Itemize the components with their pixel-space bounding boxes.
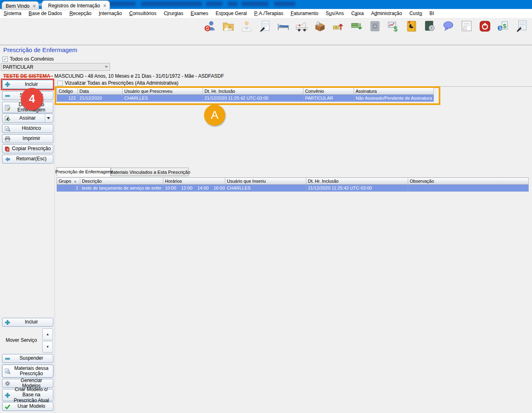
column-header-dt-hr-inclusa-o[interactable]: Dt. Hr. Inclusão (306, 177, 408, 185)
menu-sus-ans[interactable]: Sus/Ans (322, 9, 347, 18)
sign-contract-icon[interactable] (259, 20, 271, 33)
application-window: Promedico Gestão Hospitala SistemaBase d… (0, 0, 532, 413)
patient-name: TESTE DE SISTEMA - (3, 73, 53, 79)
historico-button[interactable]: Histórico (2, 124, 53, 133)
invoice-icon[interactable] (460, 20, 473, 33)
tab-materiais-vinculados[interactable]: Materiais Vinculados a Esta Prescrição (111, 168, 189, 176)
money-down-icon[interactable] (350, 20, 363, 33)
suspender-servico-button[interactable]: Suspender (2, 354, 53, 363)
manual-cd-icon[interactable] (424, 20, 436, 33)
assinar-button[interactable]: Assinar (2, 114, 53, 123)
arrow-down-icon: ▼ (46, 345, 49, 349)
stock-box-icon[interactable] (314, 20, 326, 33)
cell-hora-rios: 10:00 12:00 14:00 16:00 (163, 185, 225, 192)
chat-icon[interactable] (442, 20, 455, 33)
copiar-prescricao-button[interactable]: Copiar Prescrição (2, 144, 53, 153)
close-icon[interactable]: × (33, 3, 35, 9)
column-header-usua-rio-que-inseriu[interactable]: Usuário que Inseriu (225, 177, 306, 185)
cell-dt-hr-inclusa-o: 21/12/2020 11:25:42 UTC-03:00 (306, 185, 408, 192)
convenio-value: PARTICULAR (3, 64, 33, 70)
power-off-icon[interactable] (479, 20, 491, 33)
column-header-hora-rios[interactable]: Horários (163, 177, 225, 185)
sign-icon (4, 115, 11, 121)
tab-bem-vindo[interactable]: Bem Vindo × (2, 1, 39, 10)
menu-consulto-rios[interactable]: Consultórios (125, 9, 160, 18)
close-icon[interactable]: × (103, 3, 106, 9)
electronic-invoice-icon[interactable]: e$ (497, 20, 510, 33)
phone-directory-icon[interactable] (405, 20, 418, 33)
cell-usua-rio-que-inseriu: CHARLLES (225, 185, 306, 192)
svg-text:e: e (497, 22, 503, 33)
assinar-dropdown[interactable] (45, 114, 52, 122)
visualizar-todas-checkbox[interactable]: Vizualizar Todas as Prescrições (Alta Ad… (57, 80, 178, 86)
menu-bi[interactable]: BI (426, 9, 437, 18)
doctor-icon[interactable] (240, 20, 253, 33)
patient-info-line: TESTE DE SISTEMA - MASCULINO - 48 Anos, … (3, 73, 224, 79)
column-header-descric-a-o[interactable]: Descrição (80, 177, 163, 185)
contacts-sync-icon[interactable] (204, 20, 216, 33)
checkbox-label: Todos os Convênios (10, 56, 54, 62)
convenio-select[interactable]: PARTICULAR (1, 63, 110, 71)
menu-custo[interactable]: Custo (406, 9, 426, 18)
cell-observac-a-o (408, 185, 529, 192)
tab-label: Registros de Internação (48, 3, 100, 9)
tab-prescricao-enfermagem[interactable]: Prescrição de Enfermagem (57, 167, 111, 176)
safe-icon[interactable] (369, 20, 381, 33)
menu-faturamento[interactable]: Faturamento (287, 9, 322, 18)
ambulance-icon[interactable] (295, 20, 308, 33)
sign-document-icon[interactable] (515, 20, 528, 33)
finance-chart-icon[interactable]: $ (387, 20, 400, 33)
tab-label: Materiais Vinculados a Esta Prescrição (109, 170, 190, 175)
checkbox-label: Vizualizar Todas as Prescrições (Alta Ad… (65, 80, 178, 86)
column-header-grupo[interactable]: Grupo▲ (57, 177, 80, 185)
svg-text:$: $ (503, 22, 506, 29)
move-up-button[interactable]: ▲ (42, 328, 53, 340)
menu-administrac-a-o[interactable]: Administração (367, 9, 406, 18)
todos-convenios-checkbox[interactable]: ✓ Todos os Convênios (2, 56, 54, 62)
page-title: Prescrição de Enfermagem (3, 46, 77, 53)
criar-modelo-button[interactable]: Criar Modelo c/ Base na Prescrição Atual (2, 389, 53, 401)
annotation-highlight-box (55, 86, 440, 105)
panel-divider (55, 79, 55, 413)
menu-cirurgias[interactable]: Cirurgias (160, 9, 187, 18)
annotation-step-number: 4 (21, 88, 43, 110)
move-down-button[interactable]: ▼ (42, 341, 53, 353)
mover-servico-label: Mover Serviço (6, 337, 37, 343)
annotation-marker-a: A (204, 105, 225, 126)
checkbox-checked-icon: ✓ (2, 57, 8, 62)
remove-icon (4, 93, 11, 99)
menu-p-a-terapias[interactable]: P.A./Terapias (251, 9, 287, 18)
history-search-icon (4, 368, 11, 374)
menu-estoque-geral[interactable]: Estoque Geral (212, 9, 251, 18)
add-icon (4, 392, 11, 398)
patient-details: MASCULINO - 48 Anos, 10 Meses e 21 Dias … (53, 73, 224, 79)
history-search-icon (4, 126, 11, 132)
incluir-servico-button[interactable]: Incluir (2, 318, 53, 327)
column-header-observac-a-o[interactable]: Observação (408, 177, 529, 185)
usar-modelo-button[interactable]: Usar Modelo (2, 402, 53, 411)
menu-exames[interactable]: Exames (187, 9, 212, 18)
hospital-bed-icon[interactable] (277, 20, 290, 33)
gear-icon (4, 380, 11, 387)
retornar-button[interactable]: Retornar(Esc) (2, 155, 53, 164)
back-arrow-icon (4, 156, 11, 162)
table-header: Grupo▲DescriçãoHoráriosUsuário que Inser… (57, 177, 529, 185)
tab-registros-internacao[interactable]: Registros de Internação × (42, 0, 110, 11)
menu-sistema[interactable]: Sistema (0, 9, 25, 18)
print-icon (4, 136, 11, 142)
cell-descric-a-o: teste de lançamento de serviço de enfer (80, 185, 163, 192)
toolbar: $e$ (0, 18, 532, 35)
tab-label: Bem Vindo (6, 3, 29, 9)
copy-icon (4, 146, 11, 152)
patient-folder-icon[interactable] (222, 20, 235, 33)
materiais-prescricao-button[interactable]: Materiais dessa Prescrição (2, 365, 53, 378)
tab-label: Prescrição de Enfermagem (55, 169, 112, 174)
nursing-diagnosis-icon (4, 105, 11, 111)
services-table: Grupo▲DescriçãoHoráriosUsuário que Inser… (57, 177, 529, 192)
svg-text:$: $ (394, 25, 398, 33)
menu-caixa[interactable]: Caixa (347, 9, 367, 18)
cell-grupo: 1 (57, 185, 80, 192)
imprimir-button[interactable]: Imprimir (2, 134, 53, 143)
table-row[interactable]: 1teste de lançamento de serviço de enfer… (57, 185, 529, 192)
money-up-icon[interactable] (332, 20, 345, 33)
